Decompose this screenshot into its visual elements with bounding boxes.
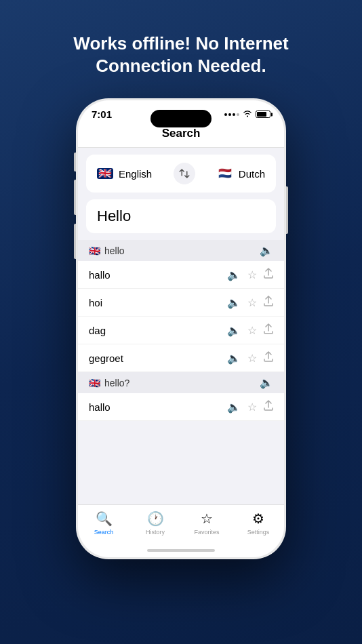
status-bar: 7:01	[78, 100, 284, 124]
status-time: 7:01	[92, 108, 112, 120]
result-group-flag-1: 🇬🇧	[89, 245, 100, 256]
result-word-hallo-1: hallo	[89, 269, 110, 281]
battery-icon	[256, 110, 270, 118]
target-language-label: Dutch	[239, 168, 265, 180]
result-actions-hoi: 🔈 ☆	[227, 296, 273, 309]
share-icon[interactable]	[264, 351, 273, 365]
swap-languages-button[interactable]	[174, 163, 195, 184]
phone-screen: 7:01	[78, 100, 284, 557]
settings-tab-icon: ⚙	[252, 510, 264, 527]
result-group-word-1: hello	[104, 245, 125, 256]
search-input-value[interactable]: Hello	[97, 207, 131, 224]
headline-line1: Works offline! No Internet	[73, 33, 288, 54]
volume-down-button[interactable]	[74, 224, 76, 259]
result-row-hallo-1[interactable]: hallo 🔈 ☆	[78, 261, 284, 289]
result-row-dag[interactable]: dag 🔈 ☆	[78, 317, 284, 344]
home-bar	[147, 549, 215, 552]
audio-icon-group-1[interactable]: 🔈	[260, 244, 273, 257]
result-group-word-2: hello?	[104, 378, 129, 388]
target-language[interactable]: Dutch	[217, 168, 265, 180]
audio-icon[interactable]: 🔈	[227, 296, 241, 309]
result-row-gegroet[interactable]: gegroet 🔈 ☆	[78, 344, 284, 372]
headline-line2: Connection Needed.	[96, 56, 266, 76]
signal-icon	[224, 113, 239, 116]
audio-icon[interactable]: 🔈	[227, 268, 241, 281]
tab-search[interactable]: 🔍 Search	[78, 510, 129, 536]
share-icon[interactable]	[264, 400, 273, 414]
result-actions-dag: 🔈 ☆	[227, 323, 273, 337]
language-selector[interactable]: English Dutch	[86, 155, 276, 193]
result-actions-gegroet: 🔈 ☆	[227, 351, 273, 365]
tab-settings[interactable]: ⚙ Settings	[233, 510, 284, 536]
tab-history[interactable]: 🕐 History	[129, 510, 181, 536]
result-word-gegroet: gegroet	[89, 353, 123, 364]
audio-icon[interactable]: 🔈	[227, 401, 241, 414]
wifi-icon	[243, 110, 252, 119]
share-icon[interactable]	[264, 296, 273, 309]
result-actions-hallo-1: 🔈 ☆	[227, 268, 273, 281]
nav-title: Search	[78, 124, 284, 148]
target-flag-icon	[217, 168, 233, 179]
share-icon[interactable]	[264, 323, 273, 337]
result-group-label-2: 🇬🇧 hello?	[89, 378, 129, 388]
favorites-tab-icon: ☆	[201, 510, 213, 527]
star-icon[interactable]: ☆	[247, 401, 257, 414]
star-icon[interactable]: ☆	[247, 324, 257, 337]
result-group-label-1: 🇬🇧 hello	[89, 245, 125, 256]
app-content: English Dutch Hello	[78, 148, 284, 504]
audio-icon[interactable]: 🔈	[227, 352, 241, 365]
result-group-header-2: 🇬🇧 hello? 🔈	[78, 372, 284, 393]
settings-tab-label: Settings	[247, 529, 270, 536]
tab-favorites[interactable]: ☆ Favorites	[181, 510, 233, 536]
tab-bar: 🔍 Search 🕐 History ☆ Favorites ⚙ Setting…	[78, 504, 284, 545]
source-language-label: English	[119, 168, 152, 180]
history-tab-icon: 🕐	[147, 510, 164, 527]
result-row-hoi[interactable]: hoi 🔈 ☆	[78, 289, 284, 317]
share-icon[interactable]	[264, 268, 273, 281]
search-tab-icon: 🔍	[96, 510, 113, 527]
audio-icon-group-2[interactable]: 🔈	[260, 376, 273, 389]
result-row-hallo-2[interactable]: hallo 🔈 ☆	[78, 393, 284, 421]
volume-up-button[interactable]	[74, 180, 76, 215]
result-word-dag: dag	[89, 325, 106, 336]
star-icon[interactable]: ☆	[247, 352, 257, 365]
headline: Works offline! No Internet Connection Ne…	[46, 33, 315, 77]
favorites-tab-label: Favorites	[194, 529, 219, 536]
result-word-hoi: hoi	[89, 297, 102, 308]
source-flag-icon	[97, 168, 113, 179]
audio-icon[interactable]: 🔈	[227, 324, 241, 337]
power-button[interactable]	[286, 186, 288, 234]
dynamic-island	[150, 110, 212, 127]
result-group-flag-2: 🇬🇧	[89, 378, 100, 388]
status-icons	[224, 110, 270, 119]
result-group-header-1: 🇬🇧 hello 🔈	[78, 240, 284, 261]
source-language[interactable]: English	[97, 168, 152, 180]
search-tab-label: Search	[94, 529, 114, 536]
star-icon[interactable]: ☆	[247, 268, 257, 281]
results-list: 🇬🇧 hello 🔈 hallo 🔈 ☆	[78, 240, 284, 504]
history-tab-label: History	[146, 529, 165, 536]
result-word-hallo-2: hallo	[89, 401, 110, 413]
search-input[interactable]: Hello	[86, 199, 276, 233]
star-icon[interactable]: ☆	[247, 296, 257, 309]
home-indicator	[78, 545, 284, 557]
volume-silent-button[interactable]	[74, 153, 76, 172]
phone-wrapper: 7:01	[76, 98, 286, 559]
result-actions-hallo-2: 🔈 ☆	[227, 400, 273, 414]
